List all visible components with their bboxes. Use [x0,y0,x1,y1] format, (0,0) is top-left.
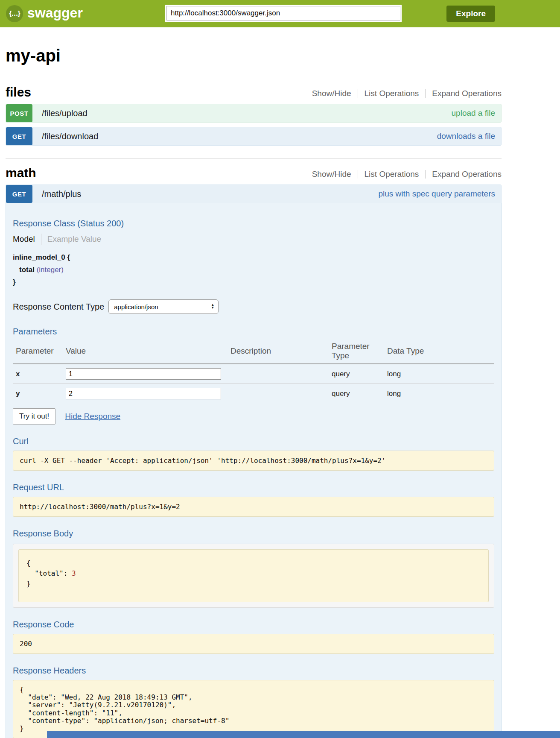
selected-content-type: application/json [114,303,158,310]
response-code-title: Response Code [13,620,494,630]
api-url-input[interactable] [166,6,400,20]
link-separator [358,89,358,98]
endpoint-path[interactable]: /math/plus [42,189,81,199]
expand-operations-link[interactable]: Expand Operations [432,89,502,98]
column-parameter: Parameter [13,338,66,364]
model-field-type: (integer) [37,266,64,274]
section-divider [6,158,502,159]
endpoint-summary[interactable]: plus with spec query parameters [378,189,495,199]
top-header: {…} swagger Explore [0,0,560,27]
param-row-x: x query long [13,364,494,384]
list-operations-link[interactable]: List Operations [365,89,419,98]
explore-button[interactable]: Explore [446,6,495,22]
endpoint-summary[interactable]: upload a file [452,108,495,118]
column-parameter-type: Parameter Type [332,338,387,364]
try-it-out-button[interactable]: Try it out! [13,408,55,425]
link-separator [425,170,426,179]
response-body-json: { "total": 3 } [18,549,489,602]
request-url-value: http://localhost:3000/math/plus?x=1&y=2 [13,497,494,517]
response-body-container: { "total": 3 } [13,544,494,608]
model-tabs: Model Example Value [13,234,494,245]
hide-response-link[interactable]: Hide Response [65,412,120,421]
endpoint-row-get-math-plus[interactable]: GET /math/plus plus with spec query para… [6,184,502,203]
param-type: query [332,384,387,404]
response-content-type-select[interactable]: application/json ▲▼ [108,299,219,314]
response-class-title: Response Class (Status 200) [13,219,494,228]
json-number-value: 3 [72,569,76,577]
section-title-files[interactable]: files [6,85,31,100]
link-separator [425,89,426,98]
model-signature: inline_model_0 { total (integer) } [13,253,494,287]
files-section-links: Show/Hide List Operations Expand Operati… [312,89,502,100]
parameters-table: Parameter Value Description Parameter Ty… [13,338,494,403]
tab-separator [41,234,41,245]
response-content-type-label: Response Content Type [13,302,104,312]
show-hide-link[interactable]: Show/Hide [312,89,351,98]
parameters-header-row: Parameter Value Description Parameter Ty… [13,338,494,364]
param-row-y: y query long [13,384,494,404]
request-url-title: Request URL [13,483,494,492]
method-badge-get: GET [6,185,32,203]
param-description [230,364,332,384]
param-type: query [332,364,387,384]
endpoint-summary[interactable]: downloads a file [437,132,495,141]
response-body-title: Response Body [13,529,494,539]
column-data-type: Data Type [387,338,494,364]
section-title-math[interactable]: math [6,166,36,180]
bottom-bar [47,731,560,738]
param-data-type: long [387,384,494,404]
param-name: x [13,364,66,384]
response-code-value: 200 [13,634,494,654]
try-row: Try it out! Hide Response [13,408,494,425]
expand-operations-link[interactable]: Expand Operations [432,170,502,179]
response-headers-title: Response Headers [13,666,494,676]
response-content-type-row: Response Content Type application/json ▲… [13,299,494,314]
param-x-input[interactable] [66,368,221,380]
param-description [230,384,332,404]
swagger-logo[interactable]: {…} swagger [6,5,83,22]
tab-model[interactable]: Model [13,234,35,244]
main-content: my-api files Show/Hide List Operations E… [6,46,502,738]
model-field-name: total [19,266,35,274]
parameters-title: Parameters [13,327,494,337]
swagger-logo-label: swagger [27,6,83,21]
endpoint-path[interactable]: /files/upload [42,108,88,118]
files-section-header: files Show/Hide List Operations Expand O… [6,85,502,100]
page-title: my-api [6,46,502,65]
tab-example-value[interactable]: Example Value [47,234,101,244]
curl-command: curl -X GET --header 'Accept: applicatio… [13,451,494,471]
list-operations-link[interactable]: List Operations [365,170,419,179]
method-badge-post: POST [6,104,32,122]
param-y-input[interactable] [66,388,221,399]
math-section-header: math Show/Hide List Operations Expand Op… [6,166,502,180]
show-hide-link[interactable]: Show/Hide [312,170,351,179]
curl-title: Curl [13,436,494,446]
math-section-links: Show/Hide List Operations Expand Operati… [312,170,502,180]
select-arrows-icon: ▲▼ [211,304,214,310]
column-value: Value [66,338,230,364]
endpoint-row-get-files-download[interactable]: GET /files/download downloads a file [6,127,502,146]
link-separator [358,170,358,179]
operation-detail-panel: Response Class (Status 200) Model Exampl… [6,203,502,738]
column-description: Description [230,338,332,364]
endpoint-row-post-files-upload[interactable]: POST /files/upload upload a file [6,104,502,123]
response-headers-json: { "date": "Wed, 22 Aug 2018 18:49:13 GMT… [13,680,494,738]
model-name: inline_model_0 { [13,253,70,261]
model-close-brace: } [13,278,16,286]
get-math-plus-operation: GET /math/plus plus with spec query para… [6,184,502,738]
method-badge-get: GET [6,127,32,145]
param-name: y [13,384,66,404]
swagger-braces-icon: {…} [6,5,23,22]
param-data-type: long [387,364,494,384]
endpoint-path[interactable]: /files/download [42,132,98,141]
